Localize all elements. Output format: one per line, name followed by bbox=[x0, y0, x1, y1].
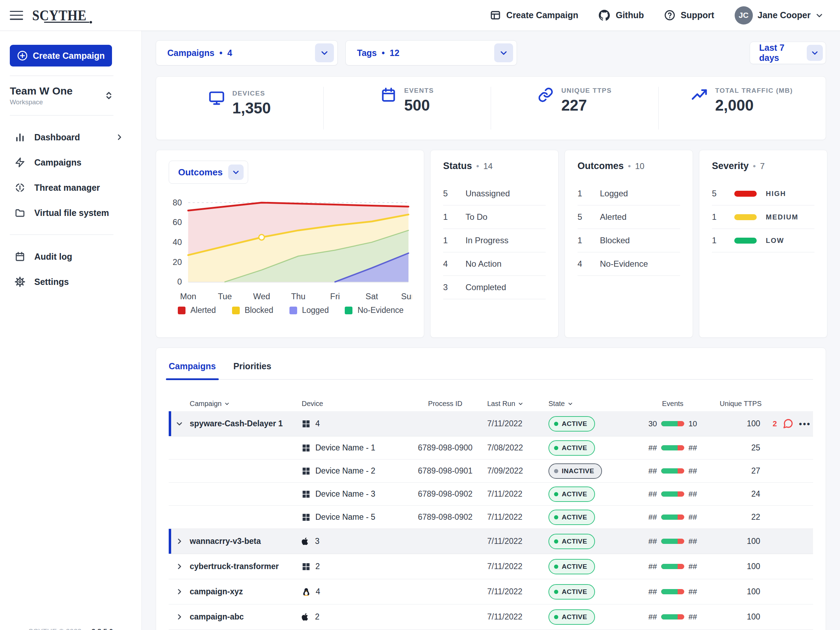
state-badge: INACTIVE bbox=[548, 463, 602, 479]
chevron-right-icon bbox=[176, 563, 183, 570]
table-row-device[interactable]: Device Name - 2 6789-098-0901 7/09/2022 … bbox=[169, 459, 813, 483]
campaigns-filter-dropdown[interactable]: Campaigns•4 bbox=[156, 40, 338, 65]
dropdown-chevron-button[interactable] bbox=[494, 43, 513, 62]
calendar-icon bbox=[381, 87, 396, 103]
svg-text:60: 60 bbox=[172, 217, 182, 227]
comment-bubble-icon[interactable] bbox=[783, 418, 793, 429]
chevron-down-icon bbox=[811, 49, 819, 57]
dropdown-chevron-button[interactable] bbox=[228, 164, 243, 180]
svg-text:Thu: Thu bbox=[291, 292, 306, 301]
table-row-campaign[interactable]: spyware-Cash-Delayer 1 4 7/11/2022 ACTIV… bbox=[169, 411, 813, 436]
chevron-down-icon bbox=[232, 168, 240, 176]
sidebar-item-label: Audit log bbox=[34, 252, 72, 262]
column-header-state[interactable]: State bbox=[548, 400, 631, 408]
plus-circle-icon bbox=[17, 51, 28, 61]
device-count: 4 bbox=[315, 419, 320, 428]
events-cell: #### bbox=[631, 537, 715, 546]
support-nav-item[interactable]: Support bbox=[664, 10, 714, 21]
table-row-device[interactable]: Device Name - 5 6789-098-0902 7/11/2022 … bbox=[169, 506, 813, 529]
create-campaign-nav-item[interactable]: Create Campaign bbox=[490, 10, 579, 21]
sidebar-item-settings[interactable]: Settings bbox=[10, 269, 132, 294]
events-cell: #### bbox=[631, 513, 715, 522]
column-header-campaign[interactable]: Campaign bbox=[190, 400, 302, 408]
legend-item-alerted: Alerted bbox=[178, 306, 216, 315]
tags-filter-dropdown[interactable]: Tags•12 bbox=[346, 40, 517, 65]
link-icon bbox=[538, 87, 554, 103]
dropdown-chevron-button[interactable] bbox=[315, 43, 334, 62]
last-run-date: 7/08/2022 bbox=[487, 443, 548, 453]
crosshair-icon bbox=[15, 182, 25, 193]
table-row-device[interactable]: Device Name - 1 6789-098-0900 7/08/2022 … bbox=[169, 436, 813, 459]
svg-text:Fri: Fri bbox=[330, 292, 340, 301]
workspace-switcher[interactable]: Team W One Workspace bbox=[10, 85, 114, 106]
row-more-menu[interactable]: ••• bbox=[799, 419, 811, 429]
expand-row-button[interactable] bbox=[169, 588, 190, 595]
severity-row-medium: 1MEDIUM bbox=[712, 205, 815, 229]
table-row-campaign[interactable]: campaign-xyz 4 7/11/2022 ACTIVE #### 100 bbox=[169, 579, 813, 605]
scythe-logo[interactable]: SCYTHE bbox=[32, 8, 90, 23]
github-nav-item[interactable]: Github bbox=[598, 9, 644, 21]
sidebar-item-dashboard[interactable]: Dashboard bbox=[10, 125, 132, 150]
expand-row-button[interactable] bbox=[169, 613, 190, 621]
sidebar-item-threat-manager[interactable]: Threat manager bbox=[10, 175, 132, 200]
device-count: 4 bbox=[316, 587, 320, 597]
column-header-events: Events bbox=[631, 400, 715, 408]
severity-row-high: 5HIGH bbox=[712, 182, 815, 205]
sidebar-item-label: Dashboard bbox=[34, 132, 80, 142]
svg-text:Wed: Wed bbox=[253, 292, 270, 301]
sidebar-item-virtual-file-system[interactable]: Virtual file system bbox=[10, 200, 132, 226]
dropdown-chevron-button[interactable] bbox=[807, 45, 823, 61]
expand-row-button[interactable] bbox=[169, 563, 190, 570]
outcome-row-no-evidence: 4No-Evidence bbox=[578, 253, 680, 276]
legend-swatch bbox=[289, 306, 297, 314]
table-row-campaign[interactable]: campaign-abc 2 7/11/2022 ACTIVE #### 100 bbox=[169, 605, 813, 630]
table-header-row: Campaign Device Process ID Last Run Stat… bbox=[169, 396, 813, 411]
column-header-device: Device bbox=[302, 400, 403, 408]
user-menu[interactable]: JC Jane Cooper bbox=[735, 6, 823, 25]
tab-priorities[interactable]: Priorities bbox=[234, 361, 271, 379]
collapse-row-button[interactable] bbox=[169, 420, 190, 427]
chevron-right-icon bbox=[176, 588, 183, 595]
chevron-down-icon bbox=[499, 49, 508, 57]
monitor-icon bbox=[208, 90, 225, 106]
sidebar-item-label: Threat manager bbox=[34, 183, 100, 193]
sidebar-item-audit-log[interactable]: Audit log bbox=[10, 244, 132, 269]
date-range-dropdown[interactable]: Last 7 days bbox=[750, 42, 826, 64]
state-badge: ACTIVE bbox=[548, 416, 595, 431]
unique-ttps-value: 100 bbox=[715, 587, 764, 597]
hamburger-menu-icon[interactable] bbox=[10, 11, 23, 20]
svg-text:Mon: Mon bbox=[180, 292, 196, 301]
windows-icon bbox=[302, 419, 311, 428]
chevron-right-icon bbox=[115, 133, 123, 141]
summary-stats-card: DEVICES1,350 EVENTS500 UNIQUE TTPS227 TO… bbox=[156, 76, 826, 140]
stat-total-traffic: TOTAL TRAFFIC (MB)2,000 bbox=[658, 87, 826, 129]
apple-icon bbox=[302, 537, 310, 546]
linux-icon bbox=[302, 587, 311, 597]
device-count: 2 bbox=[315, 562, 320, 571]
table-row-campaign[interactable]: cybertruck-transformer 2 7/11/2022 ACTIV… bbox=[169, 554, 813, 579]
column-header-last-run[interactable]: Last Run bbox=[487, 400, 548, 408]
expand-row-button[interactable] bbox=[169, 538, 190, 545]
campaign-name: campaign-xyz bbox=[190, 587, 302, 597]
outcome-row-blocked: 1Blocked bbox=[578, 229, 680, 253]
state-badge: ACTIVE bbox=[548, 440, 595, 456]
sidebar-item-campaigns[interactable]: Campaigns bbox=[10, 150, 132, 175]
tab-campaigns[interactable]: Campaigns bbox=[169, 361, 216, 379]
main-content: Campaigns•4 Tags•12 Last 7 days bbox=[142, 31, 840, 630]
create-campaign-label: Create Campaign bbox=[33, 51, 105, 61]
chart-metric-selector[interactable]: Outcomes bbox=[169, 161, 248, 184]
trending-up-icon bbox=[691, 87, 707, 103]
table-row-campaign[interactable]: wannacrry-v3-beta 3 7/11/2022 ACTIVE ###… bbox=[169, 529, 813, 554]
windows-icon bbox=[302, 444, 311, 452]
outcome-row-alerted: 5Alerted bbox=[578, 205, 680, 229]
status-panel: Status•14 5Unassigned 1To Do 1In Progres… bbox=[430, 150, 559, 338]
chart-legend: Alerted Blocked Logged No-Evidence bbox=[178, 306, 411, 315]
svg-text:40: 40 bbox=[172, 237, 182, 247]
campaign-name: campaign-abc bbox=[190, 612, 302, 622]
create-campaign-button[interactable]: Create Campaign bbox=[10, 45, 112, 66]
top-navigation-bar: SCYTHE Create Campaign Github Support JC… bbox=[0, 0, 840, 31]
table-row-device[interactable]: Device Name - 3 6789-098-0902 7/11/2022 … bbox=[169, 483, 813, 506]
nav-item-label: Create Campaign bbox=[507, 10, 579, 20]
campaigns-table-card: Campaigns Priorities Campaign Device Pro… bbox=[156, 347, 826, 630]
events-cell: #### bbox=[631, 562, 715, 571]
